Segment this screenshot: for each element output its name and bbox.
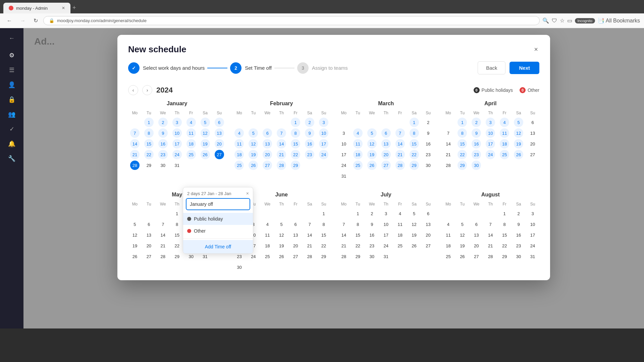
day-cell[interactable]: 15 [144, 139, 154, 148]
day-cell[interactable]: 20 [424, 230, 433, 240]
day-cell[interactable]: 21 [305, 241, 314, 250]
day-cell[interactable]: 3 [486, 118, 495, 127]
day-cell[interactable]: 7 [277, 128, 286, 138]
day-cell[interactable]: 23 [158, 150, 168, 159]
day-cell[interactable]: 8 [144, 128, 154, 138]
day-cell[interactable]: 13 [424, 220, 433, 229]
day-cell[interactable]: 1 [500, 209, 509, 218]
day-cell[interactable]: 1 [458, 118, 467, 127]
day-cell[interactable]: 6 [424, 209, 433, 218]
day-cell[interactable]: 7 [486, 220, 495, 229]
sidebar-icon-notifications[interactable]: 🔔 [5, 137, 18, 150]
day-cell[interactable]: 31 [381, 252, 391, 261]
day-cell[interactable]: 24 [339, 161, 348, 170]
day-cell[interactable]: 27 [144, 252, 154, 261]
day-cell[interactable]: 9 [305, 128, 314, 138]
day-cell[interactable]: 29 [458, 161, 467, 170]
day-cell[interactable]: 1 [410, 118, 419, 127]
day-cell[interactable]: 9 [424, 128, 433, 138]
day-cell[interactable]: 20 [381, 150, 391, 159]
day-cell[interactable]: 8 [410, 128, 419, 138]
day-cell[interactable]: 20 [215, 139, 224, 148]
day-cell[interactable]: 15 [172, 230, 182, 240]
day-cell[interactable]: 28 [443, 161, 453, 170]
day-cell[interactable]: 2 [158, 118, 168, 127]
day-cell[interactable]: 14 [158, 230, 168, 240]
day-cell[interactable]: 22 [410, 150, 419, 159]
day-cell[interactable]: 19 [367, 150, 377, 159]
day-cell[interactable]: 20 [144, 241, 154, 250]
day-cell[interactable]: 16 [158, 139, 168, 148]
day-cell[interactable]: 21 [277, 150, 286, 159]
day-cell[interactable]: 26 [201, 150, 210, 159]
day-cell[interactable]: 13 [263, 139, 272, 148]
day-cell[interactable]: 10 [486, 128, 495, 138]
day-cell[interactable]: 4 [186, 118, 196, 127]
sidebar-icon-security[interactable]: 🔒 [5, 93, 18, 106]
day-cell[interactable]: 12 [367, 139, 377, 148]
day-cell[interactable]: 15 [458, 139, 467, 148]
day-cell[interactable]: 14 [305, 230, 314, 240]
day-cell[interactable]: 6 [263, 128, 272, 138]
sidebar-icon-teams[interactable]: 👥 [5, 108, 18, 121]
day-cell[interactable]: 8 [291, 128, 300, 138]
day-cell[interactable]: 13 [215, 128, 224, 138]
day-cell[interactable]: 28 [486, 252, 495, 261]
day-cell[interactable]: 3 [339, 128, 348, 138]
day-cell[interactable]: 6 [381, 128, 391, 138]
day-cell[interactable]: 30 [158, 161, 168, 170]
day-cell[interactable]: 29 [172, 252, 182, 261]
day-cell[interactable]: 8 [500, 220, 509, 229]
day-cell[interactable]: 17 [339, 150, 348, 159]
day-cell[interactable]: 18 [186, 139, 196, 148]
day-cell[interactable]: 25 [443, 252, 453, 261]
day-cell[interactable]: 17 [486, 139, 495, 148]
cal-next-button[interactable]: › [142, 85, 152, 95]
day-cell[interactable]: 18 [395, 230, 405, 240]
day-cell[interactable]: 5 [130, 220, 140, 229]
day-cell[interactable]: 14 [339, 230, 348, 240]
day-cell[interactable]: 27 [424, 241, 433, 250]
day-cell[interactable]: 5 [458, 220, 467, 229]
day-cell[interactable]: 13 [291, 230, 300, 240]
public-holiday-option[interactable]: Public holiday [183, 213, 253, 225]
day-cell[interactable]: 31 [172, 161, 182, 170]
day-cell[interactable]: 12 [458, 230, 467, 240]
bookmarks-icon[interactable]: 📑 All Bookmarks [598, 17, 640, 24]
day-cell[interactable]: 15 [319, 230, 328, 240]
day-cell[interactable]: 12 [249, 139, 258, 148]
day-cell[interactable]: 25 [395, 241, 405, 250]
day-cell[interactable]: 30 [514, 252, 523, 261]
day-cell[interactable]: 28 [305, 252, 314, 261]
day-cell[interactable]: 4 [395, 209, 405, 218]
forward-button[interactable]: → [17, 16, 28, 25]
day-cell[interactable]: 14 [486, 230, 495, 240]
day-cell[interactable]: 16 [424, 139, 433, 148]
day-cell[interactable]: 23 [367, 241, 377, 250]
day-cell[interactable]: 19 [201, 139, 210, 148]
refresh-button[interactable]: ↻ [31, 16, 41, 25]
bookmark-icon[interactable]: ☆ [560, 17, 565, 24]
day-cell[interactable]: 21 [158, 241, 168, 250]
day-cell[interactable]: 11 [500, 128, 509, 138]
day-cell[interactable]: 12 [514, 128, 523, 138]
day-cell[interactable]: 23 [472, 150, 481, 159]
day-cell[interactable]: 22 [353, 241, 363, 250]
day-cell[interactable]: 5 [249, 128, 258, 138]
day-cell[interactable]: 6 [291, 220, 300, 229]
day-cell[interactable]: 11 [186, 128, 196, 138]
day-cell[interactable]: 30 [367, 252, 377, 261]
day-cell[interactable]: 24 [528, 241, 537, 250]
day-cell[interactable]: 6 [215, 118, 224, 127]
day-cell[interactable]: 29 [353, 252, 363, 261]
day-cell[interactable]: 2 [514, 209, 523, 218]
day-cell[interactable]: 15 [353, 230, 363, 240]
day-cell[interactable]: 14 [130, 139, 140, 148]
day-cell[interactable]: 18 [234, 150, 244, 159]
day-cell[interactable]: 12 [410, 220, 419, 229]
day-cell[interactable]: 10 [381, 220, 391, 229]
day-cell[interactable]: 25 [353, 161, 363, 170]
new-tab-button[interactable]: + [70, 2, 78, 13]
day-cell[interactable]: 29 [319, 252, 328, 261]
day-cell[interactable]: 9 [367, 220, 377, 229]
